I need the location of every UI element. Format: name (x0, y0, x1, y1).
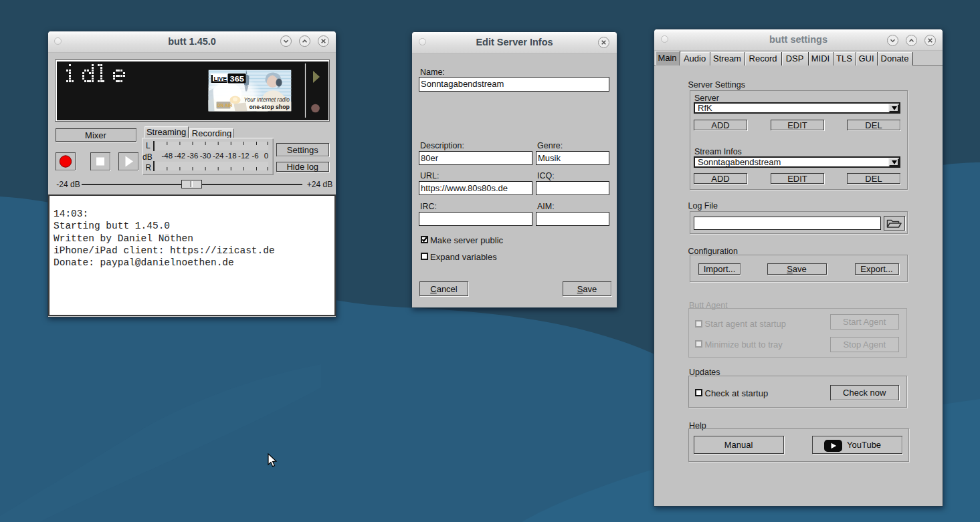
svg-text:dB: dB (142, 152, 153, 162)
svg-text:-42: -42 (175, 152, 186, 160)
svg-text:R: R (146, 163, 152, 172)
svg-text:-24: -24 (213, 152, 224, 160)
svg-text:0: 0 (264, 152, 268, 160)
svg-text:-6: -6 (252, 152, 258, 160)
svg-text:L: L (146, 141, 151, 150)
svg-text:-48: -48 (161, 152, 173, 160)
svg-text:LIVE: LIVE (214, 75, 227, 82)
svg-text:ON AIR: ON AIR (217, 103, 233, 108)
svg-text:Your internet radio: Your internet radio (244, 96, 290, 103)
svg-text:-36: -36 (187, 152, 199, 160)
svg-text:-18: -18 (225, 152, 237, 160)
svg-text:365: 365 (230, 75, 245, 83)
svg-text:-30: -30 (200, 152, 211, 160)
svg-text:one-stop shop: one-stop shop (249, 104, 290, 110)
svg-text:-12: -12 (238, 152, 250, 160)
